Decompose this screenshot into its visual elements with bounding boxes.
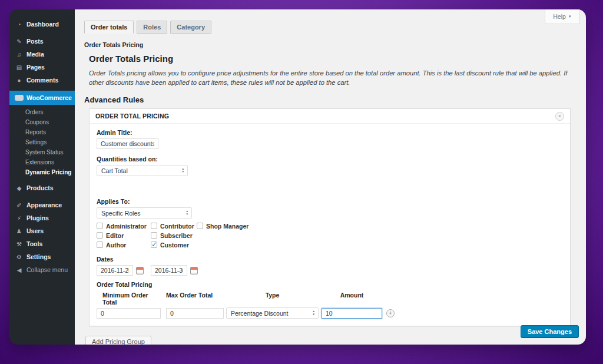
tab-order-totals[interactable]: Order totals	[84, 21, 134, 34]
roles-checkbox-grid: ✓ Administrator ✓ Contributor ✓ Shop Man…	[97, 221, 563, 249]
sidebar-item-products[interactable]: ◆ Products	[9, 181, 75, 195]
role-customer[interactable]: ✓ Customer	[151, 240, 197, 249]
sidebar-item-label: Dashboard	[26, 21, 59, 28]
panel-body: Admin Title: Quantities based on: Cart T…	[90, 124, 570, 326]
pricing-table-header: Minimum Order Total Max Order Total Type…	[97, 292, 563, 306]
selected-value: Specific Roles	[101, 210, 141, 217]
plugins-icon: ⚡	[15, 215, 24, 221]
checkbox[interactable]: ✓	[151, 241, 157, 248]
dates-label: Dates	[97, 255, 563, 263]
appearance-icon: ✐	[15, 202, 24, 209]
sidebar-item-users[interactable]: ♟ Users	[9, 224, 75, 237]
calendar-icon[interactable]	[136, 267, 144, 274]
checkbox[interactable]: ✓	[97, 232, 103, 239]
checkbox[interactable]: ✓	[97, 241, 103, 248]
min-order-total-input[interactable]	[97, 308, 161, 319]
pricing-table-row: Percentage Discount ▲ ▼ +	[97, 307, 563, 319]
posts-icon: ✎	[15, 38, 24, 45]
role-label: Shop Manager	[206, 223, 249, 230]
select-arrows-icon: ▲ ▼	[313, 310, 315, 316]
order-total-pricing-panel: ORDER TOTAL PRICING × Admin Title: Quant…	[89, 108, 571, 326]
media-icon: ♫	[15, 51, 24, 58]
page-title: Order Totals Pricing	[89, 54, 586, 64]
check-icon: ✓	[151, 240, 157, 249]
sidebar-item-label: WooCommerce	[26, 94, 72, 101]
sidebar-item-tools[interactable]: ⚒ Tools	[9, 237, 75, 250]
column-header-max: Max Order Total	[166, 292, 224, 306]
role-shop-manager[interactable]: ✓ Shop Manager	[197, 221, 563, 230]
sidebar-item-dashboard[interactable]: ◔ Dashboard	[9, 18, 75, 31]
sidebar-item-plugins[interactable]: ⚡ Plugins	[9, 211, 75, 224]
submenu-item-coupons[interactable]: Coupons	[9, 117, 75, 127]
submenu-item-system-status[interactable]: System Status	[9, 147, 75, 157]
tab-bar: Order totals Roles Category	[84, 21, 586, 34]
save-changes-button[interactable]: Save Changes	[521, 325, 579, 338]
applies-to-label: Applies To:	[97, 197, 563, 206]
sidebar-item-woocommerce[interactable]: WooCommerce	[9, 91, 75, 105]
type-select[interactable]: Percentage Discount ▲ ▼	[226, 307, 319, 319]
amount-input[interactable]	[322, 308, 382, 319]
role-label: Author	[106, 241, 126, 249]
sidebar-item-settings[interactable]: ⚙ Settings	[9, 250, 75, 263]
submenu-item-settings[interactable]: Settings	[9, 137, 75, 147]
column-header-amount: Amount	[322, 292, 382, 306]
collapse-icon: ◀	[15, 267, 24, 273]
role-contributor[interactable]: ✓ Contributor	[151, 221, 197, 230]
sidebar-item-label: Plugins	[26, 214, 49, 221]
add-pricing-group-button[interactable]: Add Pricing Group	[85, 336, 151, 345]
submenu-item-reports[interactable]: Reports	[9, 127, 75, 137]
products-icon: ◆	[15, 185, 24, 191]
date-from-input[interactable]	[97, 265, 133, 276]
sidebar-item-label: Settings	[26, 253, 51, 260]
tab-roles[interactable]: Roles	[137, 21, 167, 34]
quantities-based-on-select[interactable]: Cart Total ▲ ▼	[97, 165, 188, 176]
checkbox[interactable]: ✓	[151, 232, 157, 239]
close-icon[interactable]: ×	[555, 112, 564, 121]
sidebar-item-posts[interactable]: ✎ Posts	[9, 35, 75, 48]
select-arrows-icon: ▲ ▼	[186, 210, 188, 216]
column-header-min: Minimum Order Total	[97, 292, 161, 306]
sidebar-item-label: Pages	[26, 64, 45, 71]
role-author[interactable]: ✓ Author	[97, 240, 151, 249]
sidebar-item-label: Media	[26, 51, 44, 58]
column-header-type: Type	[226, 292, 319, 306]
admin-title-input[interactable]	[97, 138, 158, 149]
sidebar-item-comments[interactable]: ● Comments	[9, 74, 75, 87]
role-label: Subscriber	[160, 232, 193, 239]
role-label: Contributor	[160, 223, 194, 230]
chevron-down-icon: ▼	[568, 15, 572, 18]
submenu-item-orders[interactable]: Orders	[9, 107, 75, 117]
submenu-item-dynamic-pricing[interactable]: Dynamic Pricing	[9, 167, 75, 177]
date-to-input[interactable]	[151, 265, 187, 276]
tab-category[interactable]: Category	[170, 21, 211, 34]
admin-title-label: Admin Title:	[97, 128, 563, 137]
max-order-total-input[interactable]	[166, 308, 224, 319]
selected-value: Percentage Discount	[231, 310, 288, 317]
sidebar-item-appearance[interactable]: ✐ Appearance	[9, 198, 75, 211]
checkbox[interactable]: ✓	[97, 223, 103, 229]
sidebar-separator	[9, 31, 75, 35]
settings-icon: ⚙	[15, 254, 24, 260]
sidebar-item-pages[interactable]: ▤ Pages	[9, 61, 75, 74]
checkbox[interactable]: ✓	[151, 223, 157, 229]
role-subscriber[interactable]: ✓ Subscriber	[151, 231, 197, 240]
submenu-item-extensions[interactable]: Extensions	[9, 157, 75, 167]
role-administrator[interactable]: ✓ Administrator	[97, 221, 151, 230]
users-icon: ♟	[15, 228, 24, 234]
role-label: Customer	[160, 241, 189, 249]
add-row-icon[interactable]: +	[386, 309, 395, 317]
woocommerce-submenu: Orders Coupons Reports Settings System S…	[9, 105, 75, 181]
panel-title: ORDER TOTAL PRICING	[95, 112, 169, 120]
applies-to-select[interactable]: Specific Roles ▲ ▼	[97, 207, 192, 219]
sidebar-item-collapse-menu[interactable]: ◀ Collapse menu	[9, 263, 75, 276]
help-button[interactable]: Help ▼	[545, 9, 580, 24]
role-editor[interactable]: ✓ Editor	[97, 231, 151, 240]
select-arrows-icon: ▲ ▼	[182, 168, 184, 173]
checkbox[interactable]: ✓	[197, 223, 203, 229]
dashboard-icon: ◔	[15, 21, 24, 28]
section-title: Advanced Rules	[84, 95, 586, 104]
calendar-icon[interactable]	[190, 267, 198, 274]
sidebar-item-label: Users	[26, 227, 44, 234]
sidebar-item-media[interactable]: ♫ Media	[9, 48, 75, 61]
order-total-pricing-label: Order Total Pricing	[97, 280, 563, 289]
